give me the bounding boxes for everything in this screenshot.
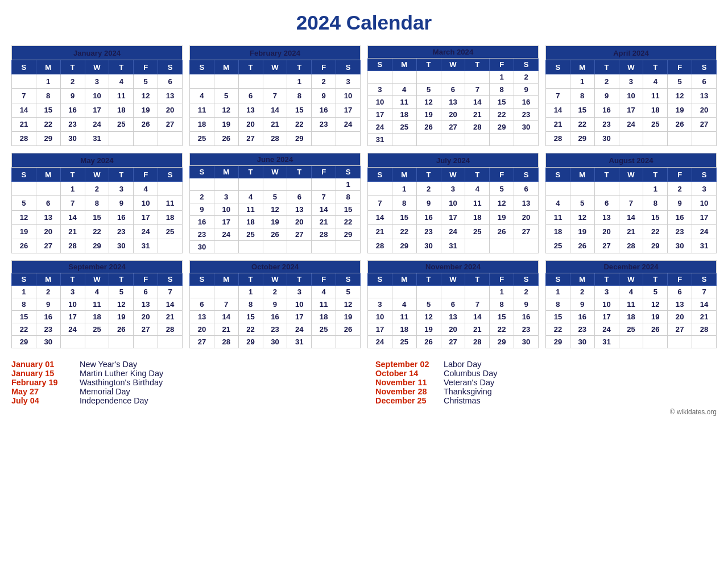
calendar-day: 13	[514, 196, 539, 210]
month-header-10: October 2024	[190, 261, 361, 273]
calendar-day: 11	[643, 89, 668, 103]
calendar-day: 29	[287, 131, 312, 145]
calendar-day: 14	[368, 210, 392, 224]
holiday-name: Columbus Day	[444, 369, 497, 378]
calendar-day: 8	[36, 89, 60, 103]
calendar-day: 30	[60, 131, 85, 145]
week-row: 123	[546, 182, 717, 196]
calendar-day: 20	[668, 311, 692, 323]
holiday-row: July 04Independence Day	[11, 396, 353, 405]
calendar-day: 17	[594, 311, 619, 323]
day-header: W	[441, 273, 465, 286]
calendar-day: 26	[12, 239, 36, 253]
holiday-date: September 02	[375, 360, 438, 369]
calendar-day: 13	[692, 89, 717, 103]
calendar-day: 2	[85, 182, 109, 196]
calendar-day: 30	[570, 336, 594, 348]
calendar-day: 24	[692, 224, 717, 239]
calendar-day: 17	[214, 216, 238, 228]
calendar-day: 12	[416, 311, 441, 323]
day-header: M	[392, 59, 416, 71]
day-header: S	[12, 60, 36, 74]
calendar-day: 1	[490, 71, 514, 84]
day-header: W	[441, 59, 465, 71]
calendar-day: 5	[570, 196, 594, 210]
calendar-day: 15	[336, 203, 361, 216]
calendar-day	[465, 239, 490, 253]
calendar-day: 10	[368, 311, 392, 323]
day-header: S	[546, 273, 570, 286]
calendar-day: 7	[546, 89, 570, 103]
calendar-day	[465, 71, 490, 84]
calendar-day: 27	[190, 336, 214, 348]
day-header: T	[109, 60, 134, 74]
calendar-day	[60, 336, 85, 348]
calendar-day: 9	[570, 298, 594, 311]
day-header: S	[190, 166, 214, 178]
month-table-9: September 2024SMTWTFS1234567891011121314…	[11, 260, 183, 348]
week-row: 123456	[12, 74, 183, 89]
calendar-day: 4	[238, 191, 263, 203]
calendar-day: 14	[60, 210, 85, 224]
calendar-day: 20	[514, 210, 539, 224]
week-row: 24252627282930	[368, 121, 539, 134]
week-row: 12	[368, 71, 539, 84]
calendar-day: 18	[465, 210, 490, 224]
calendar-day	[619, 182, 643, 196]
calendar-day: 30	[668, 239, 692, 253]
calendar-day: 18	[190, 117, 214, 131]
calendar-day: 17	[85, 103, 109, 117]
calendar-day: 26	[416, 336, 441, 348]
calendar-day: 19	[109, 311, 134, 323]
calendar-day	[692, 131, 717, 145]
calendar-day: 2	[60, 74, 85, 89]
calendar-day: 4	[392, 298, 416, 311]
calendar-day: 3	[60, 286, 85, 298]
holiday-row: May 27Memorial Day	[11, 387, 353, 396]
week-row: 123456	[368, 182, 539, 196]
calendar-day: 30	[263, 336, 287, 348]
calendar-day	[594, 182, 619, 196]
calendar-day: 26	[668, 117, 692, 131]
week-row: 293031	[546, 336, 717, 348]
calendar-day: 4	[134, 182, 158, 196]
holiday-row: January 15Martin Luther King Day	[11, 369, 353, 378]
calendar-day: 20	[594, 224, 619, 239]
day-header: F	[312, 166, 336, 178]
calendar-day: 22	[490, 323, 514, 336]
day-header: F	[668, 168, 692, 182]
calendar-day	[312, 241, 336, 253]
calendar-day	[12, 182, 36, 196]
calendar-day: 20	[158, 103, 183, 117]
calendar-day: 12	[416, 96, 441, 109]
calendar-day: 23	[109, 224, 134, 239]
calendar-day: 18	[643, 103, 668, 117]
day-header: T	[416, 168, 441, 182]
calendar-day	[490, 239, 514, 253]
calendar-day: 27	[668, 323, 692, 336]
calendar-day: 18	[85, 311, 109, 323]
week-row: 45678910	[546, 196, 717, 210]
holiday-row: December 25Christmas	[375, 396, 717, 405]
calendar-day: 26	[263, 228, 287, 241]
week-row: 2930	[12, 336, 183, 348]
calendar-day	[546, 182, 570, 196]
calendar-day: 7	[465, 84, 490, 96]
day-header: S	[12, 273, 36, 286]
calendar-day: 26	[134, 117, 158, 131]
calendar-day: 30	[594, 131, 619, 145]
calendar-day: 25	[190, 131, 214, 145]
calendar-day	[214, 178, 238, 191]
calendar-day: 6	[441, 84, 465, 96]
calendar-day: 14	[312, 203, 336, 216]
day-header: T	[465, 168, 490, 182]
calendar-day: 16	[514, 96, 539, 109]
week-row: 18192021222324	[190, 117, 361, 131]
calendar-day: 5	[263, 191, 287, 203]
day-header: S	[692, 168, 717, 182]
calendar-day: 22	[85, 224, 109, 239]
calendar-day	[263, 241, 287, 253]
calendar-day: 31	[368, 134, 392, 146]
week-row: 2728293031	[190, 336, 361, 348]
day-header: W	[85, 273, 109, 286]
